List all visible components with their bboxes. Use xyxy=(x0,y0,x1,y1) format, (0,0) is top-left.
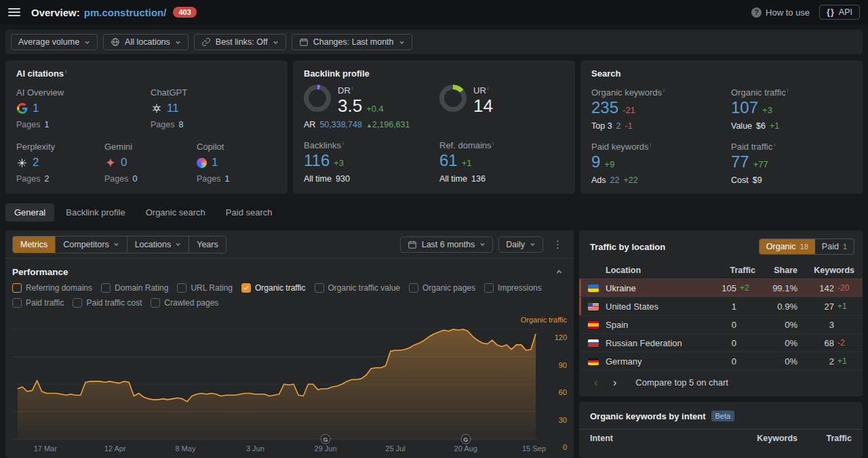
column-traffic[interactable]: Traffic xyxy=(703,266,755,275)
gemini-count[interactable]: 0 xyxy=(121,156,127,169)
info-icon[interactable]: i xyxy=(352,85,353,91)
checkbox-icon[interactable] xyxy=(241,283,251,293)
metric-toggle-organic-traffic[interactable]: Organic traffic xyxy=(241,283,305,293)
metric-toggle-crawled-pages[interactable]: Crawled pages xyxy=(151,298,218,308)
general-overview-panel: Metrics Competitors Locations Years Last… xyxy=(5,230,574,458)
info-icon[interactable]: i xyxy=(650,142,652,148)
copilot-count[interactable]: 1 xyxy=(212,156,218,169)
toggle-organic[interactable]: Organic18 xyxy=(760,239,815,254)
info-icon[interactable]: i xyxy=(774,142,775,148)
location-keywords-delta: -20 xyxy=(834,283,854,293)
location-keywords-delta: +1 xyxy=(834,356,854,366)
average-volume-dropdown[interactable]: Average volume xyxy=(11,34,98,50)
checkbox-icon[interactable] xyxy=(101,283,111,293)
checkbox-icon[interactable] xyxy=(151,298,160,308)
flag-icon-es xyxy=(588,321,599,329)
target-domain-link[interactable]: pm.construction/ xyxy=(84,7,167,18)
checkbox-icon[interactable] xyxy=(12,283,22,293)
pages-count: 1 xyxy=(224,174,229,184)
metric-toggle-paid-traffic[interactable]: Paid traffic xyxy=(12,298,64,308)
metric-toggle-label: Paid traffic xyxy=(26,298,64,308)
info-icon[interactable]: i xyxy=(787,87,789,93)
ref-domains-value[interactable]: 61 xyxy=(439,152,458,169)
column-share[interactable]: Share xyxy=(755,266,797,275)
best-links-dropdown[interactable]: Best links: Off xyxy=(194,34,286,50)
perplexity-metric: Perplexity 2 Pages2 xyxy=(16,142,104,184)
metric-toggle-url-rating[interactable]: URL Rating xyxy=(177,283,233,293)
tab-organic-search[interactable]: Organic search xyxy=(137,203,214,222)
next-page-icon[interactable]: › xyxy=(609,377,621,388)
collapse-chevron-icon[interactable] xyxy=(555,268,563,276)
how-to-use-link[interactable]: ? How to use xyxy=(751,7,810,18)
locations-filter-dropdown[interactable]: All locations xyxy=(103,34,189,50)
location-row-spain[interactable]: Spain00%3 xyxy=(579,316,863,334)
google-update-marker-icon[interactable]: G xyxy=(460,434,471,444)
metric-toggle-paid-traffic-cost[interactable]: Paid traffic cost xyxy=(73,298,142,308)
prev-page-icon[interactable]: ‹ xyxy=(590,377,602,388)
more-options-icon[interactable]: ⋮ xyxy=(549,237,567,252)
paid-traffic-delta: +77 xyxy=(753,159,768,169)
location-row-russian-federation[interactable]: Russian Federation00%68-2 xyxy=(579,334,863,352)
info-icon[interactable]: i xyxy=(663,87,665,93)
checkbox-icon[interactable] xyxy=(177,283,186,293)
location-keywords: 68 xyxy=(797,338,834,348)
checkbox-icon[interactable] xyxy=(315,283,324,293)
info-icon[interactable]: i xyxy=(488,85,489,91)
metric-toggle-organic-traffic-value[interactable]: Organic traffic value xyxy=(315,283,401,293)
ar-value[interactable]: 50,338,748 xyxy=(319,120,362,129)
locations-filter-label: All locations xyxy=(125,37,170,47)
organic-traffic-sub: Value$6+1 xyxy=(731,121,779,131)
compare-top5-link[interactable]: Compare top 5 on chart xyxy=(635,377,728,388)
toggle-paid[interactable]: Paid1 xyxy=(815,239,854,254)
perplexity-count[interactable]: 2 xyxy=(33,156,39,169)
menu-icon[interactable] xyxy=(8,8,20,16)
granularity-dropdown[interactable]: Daily xyxy=(498,236,543,253)
tab-paid-search[interactable]: Paid search xyxy=(217,203,281,222)
organic-traffic-chart[interactable]: Organic traffic 120906030017 Mar12 Apr8 … xyxy=(12,324,567,457)
backlink-profile-title: Backlink profile xyxy=(304,68,370,79)
metric-toggle-label: Referring domains xyxy=(26,283,92,293)
location-row-ukraine[interactable]: Ukraine105+299.1%142-20 xyxy=(579,279,863,297)
checkbox-icon[interactable] xyxy=(409,283,418,293)
info-icon[interactable]: i xyxy=(493,140,494,146)
api-label: API xyxy=(839,7,852,17)
organic-keywords-value[interactable]: 235 xyxy=(591,100,618,116)
metric-toggle-impressions[interactable]: Impressions xyxy=(484,283,542,293)
google-update-marker-icon[interactable]: G xyxy=(321,434,331,444)
organic-keywords-label: Organic keywordsi xyxy=(591,87,665,98)
metric-toggle-referring-domains[interactable]: Referring domains xyxy=(12,283,92,293)
segment-locations[interactable]: Locations xyxy=(127,236,189,253)
ai-overview-count[interactable]: 1 xyxy=(33,102,39,115)
paid-keywords-label: Paid keywordsi xyxy=(591,142,651,152)
checkbox-icon[interactable] xyxy=(12,298,22,308)
paid-traffic-value[interactable]: 77 xyxy=(731,154,749,170)
segment-metrics[interactable]: Metrics xyxy=(13,236,55,253)
tab-general[interactable]: General xyxy=(5,203,54,222)
paid-keywords-value[interactable]: 9 xyxy=(591,154,600,170)
column-keywords[interactable]: Keywords xyxy=(797,266,854,275)
changes-dropdown[interactable]: Changes: Last month xyxy=(292,34,412,50)
chatgpt-count[interactable]: 11 xyxy=(167,102,179,115)
api-button[interactable]: {} API xyxy=(819,5,860,20)
segment-competitors[interactable]: Competitors xyxy=(55,236,126,253)
ar-delta: ▲2,196,631 xyxy=(366,120,410,129)
metric-toggle-organic-pages[interactable]: Organic pages xyxy=(409,283,475,293)
metric-toggle-label: Organic traffic xyxy=(255,283,305,293)
column-location[interactable]: Location xyxy=(606,266,703,275)
metric-toggle-label: Organic pages xyxy=(422,283,475,293)
segment-years[interactable]: Years xyxy=(189,236,226,253)
location-row-united-states[interactable]: United States10.9%27+1 xyxy=(579,297,863,316)
tab-backlink-profile[interactable]: Backlink profile xyxy=(57,203,134,222)
checkbox-icon[interactable] xyxy=(484,283,494,293)
info-icon[interactable]: i xyxy=(65,68,66,75)
location-row-germany[interactable]: Germany00%2+1 xyxy=(579,352,863,371)
date-range-dropdown[interactable]: Last 6 months xyxy=(400,236,494,253)
backlinks-value[interactable]: 116 xyxy=(304,152,330,169)
y-axis-tick-label: 30 xyxy=(537,416,567,424)
metric-toggle-domain-rating[interactable]: Domain Rating xyxy=(101,283,168,293)
google-icon xyxy=(16,103,28,114)
organic-traffic-value[interactable]: 107 xyxy=(731,100,758,116)
traffic-by-location-title: Traffic by location xyxy=(590,242,665,252)
info-icon[interactable]: i xyxy=(342,140,344,146)
checkbox-icon[interactable] xyxy=(73,298,82,308)
